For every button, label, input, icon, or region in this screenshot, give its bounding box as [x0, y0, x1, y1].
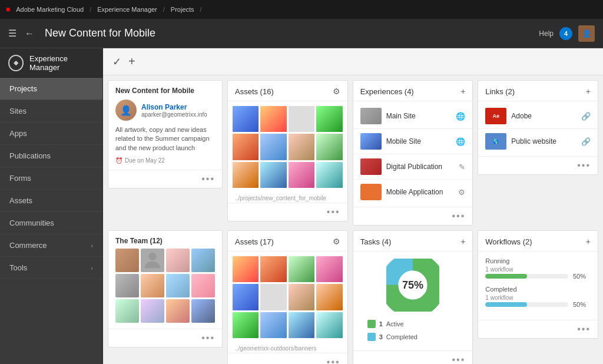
asset-thumb[interactable] — [260, 256, 286, 282]
main-layout: ◆ Experience Manager Projects Sites Apps… — [0, 48, 603, 364]
check-icon[interactable]: ✓ — [112, 55, 121, 68]
exp-name: Mobile Application — [386, 188, 454, 196]
asset-thumb[interactable] — [316, 134, 342, 160]
asset-thumb[interactable] — [316, 162, 342, 188]
gear-icon[interactable]: ⚙ — [333, 237, 340, 246]
back-icon[interactable]: ← — [25, 28, 34, 39]
asset-thumb[interactable] — [289, 256, 314, 282]
more-options-button[interactable]: ••• — [327, 357, 340, 364]
sidebar-item-communities[interactable]: Communities — [0, 212, 102, 234]
team-card-footer: ••• — [108, 329, 222, 347]
sidebar-nav: Projects Sites Apps Publications Forms A… — [0, 78, 102, 364]
cog-icon[interactable]: ⚙ — [458, 188, 465, 197]
workflow-running-pct: 50% — [573, 273, 591, 280]
asset-thumb[interactable] — [233, 312, 259, 338]
more-options-button[interactable]: ••• — [327, 207, 340, 217]
add-experience-button[interactable]: + — [460, 87, 465, 96]
team-card-title: The Team (12) — [115, 237, 215, 245]
breadcrumb-em[interactable]: Experience Manager — [97, 6, 157, 13]
notification-badge[interactable]: 4 — [559, 27, 572, 40]
assets1-thumbs — [228, 101, 347, 193]
exp-item-mobile-app: Mobile Application ⚙ — [353, 180, 473, 204]
user-avatar[interactable]: 👤 — [578, 25, 595, 42]
asset-thumb[interactable] — [260, 134, 286, 160]
sidebar-item-forms[interactable]: Forms — [0, 167, 102, 190]
asset-thumb[interactable] — [233, 106, 259, 132]
project-card-body: New Content for Mobile 👤 Alison Parker a… — [108, 81, 222, 170]
gear-icon[interactable]: ⚙ — [333, 87, 340, 96]
sidebar-item-projects[interactable]: Projects — [0, 78, 102, 100]
workflow-completed-bar-fill — [485, 302, 526, 307]
sidebar-item-commerce[interactable]: Commerce › — [0, 234, 102, 257]
legend-color-completed — [367, 333, 376, 341]
pencil-icon[interactable]: ✎ — [459, 163, 465, 171]
more-options-button[interactable]: ••• — [577, 324, 591, 335]
asset-thumb[interactable] — [260, 312, 286, 338]
add-workflow-button[interactable]: + — [586, 237, 591, 246]
asset-thumb[interactable] — [289, 284, 314, 310]
header-right-controls: Help 4 👤 — [539, 25, 595, 42]
menu-icon[interactable]: ☰ — [8, 28, 16, 39]
add-task-button[interactable]: + — [460, 237, 465, 246]
link-name: Adobe — [511, 112, 577, 120]
link-icon[interactable]: 🔗 — [581, 112, 591, 121]
more-options-button[interactable]: ••• — [577, 160, 591, 171]
asset-thumb[interactable] — [233, 134, 259, 160]
asset-thumb[interactable] — [316, 106, 342, 132]
tasks-card-header: Tasks (4) + — [353, 231, 473, 252]
breadcrumb-projects[interactable]: Projects — [171, 6, 194, 13]
asset-thumb[interactable] — [316, 284, 342, 310]
help-button[interactable]: Help — [539, 29, 554, 38]
svg-point-0 — [148, 253, 156, 260]
asset-thumb[interactable] — [260, 106, 286, 132]
assets2-card: Assets (17) ⚙ — [227, 230, 348, 364]
assets1-card: Assets (16) ⚙ — [227, 80, 348, 221]
assets2-card-actions: ⚙ — [333, 237, 340, 246]
workflows-card-footer: ••• — [478, 320, 598, 338]
experiences-card-footer: ••• — [353, 207, 473, 225]
sidebar-item-assets[interactable]: Assets — [0, 190, 102, 212]
sidebar-item-publications[interactable]: Publications — [0, 145, 102, 167]
team-photo — [141, 299, 164, 323]
breadcrumb-sep3: / — [200, 6, 202, 13]
team-photo — [115, 299, 139, 323]
globe-icon[interactable]: 🌐 — [456, 112, 465, 121]
sidebar-item-sites[interactable]: Sites — [0, 100, 102, 123]
more-options-button[interactable]: ••• — [452, 355, 466, 364]
tasks-card-title: Tasks (4) — [360, 237, 392, 246]
sidebar: ◆ Experience Manager Projects Sites Apps… — [0, 48, 103, 364]
workflow-completed-label: Completed — [485, 286, 591, 293]
team-grid — [115, 249, 215, 323]
workflows-body: Running 1 workflow 50% Completed — [478, 252, 598, 320]
more-options-button[interactable]: ••• — [452, 211, 466, 221]
asset-thumb[interactable] — [289, 162, 314, 188]
sidebar-item-apps[interactable]: Apps — [0, 123, 102, 145]
sidebar-item-tools[interactable]: Tools › — [0, 257, 102, 279]
asset-thumb[interactable] — [260, 284, 286, 310]
exp-name: Digital Publication — [386, 163, 455, 171]
person-name[interactable]: Alison Parker — [141, 103, 207, 111]
more-options-button[interactable]: ••• — [201, 174, 215, 184]
asset-thumb[interactable] — [316, 312, 342, 338]
legend-item-active: 1 Active — [367, 317, 459, 330]
link-icon[interactable]: 🔗 — [581, 137, 591, 146]
asset-thumb[interactable] — [260, 162, 286, 188]
asset-thumb[interactable] — [233, 256, 259, 282]
more-options-button[interactable]: ••• — [201, 333, 215, 343]
links-card: Links (2) + Ae Adobe 🔗 — [478, 80, 598, 175]
globe-icon[interactable]: 🌐 — [456, 137, 465, 146]
sidebar-item-projects-label: Projects — [9, 84, 37, 93]
add-link-button[interactable]: + — [586, 87, 591, 96]
asset-thumb[interactable] — [289, 106, 314, 132]
adobe-logo-icon: ■ — [6, 5, 10, 14]
asset-thumb[interactable] — [289, 134, 314, 160]
asset-thumb[interactable] — [233, 162, 259, 188]
assets1-card-actions: ⚙ — [333, 87, 340, 96]
asset-thumb[interactable] — [289, 312, 314, 338]
experiences-card: Experiences (4) + Main Site 🌐 — [353, 80, 473, 226]
add-button[interactable]: + — [128, 55, 135, 68]
breadcrumb-sep1: / — [90, 6, 91, 13]
asset-thumb[interactable] — [316, 256, 342, 282]
asset-thumb[interactable] — [233, 284, 259, 310]
breadcrumb-adobe[interactable]: Adobe Marketing Cloud — [16, 6, 84, 13]
